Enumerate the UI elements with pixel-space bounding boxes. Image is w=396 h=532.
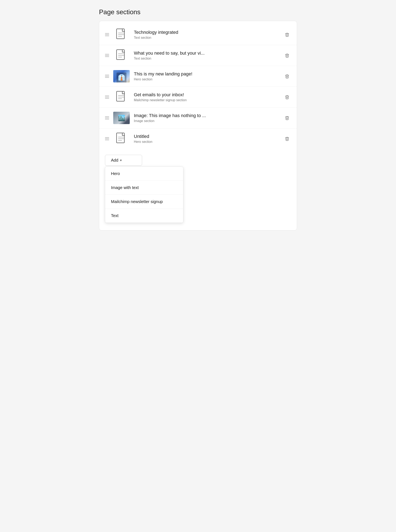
section-item[interactable]: What you need to say, but your vi...Text…	[99, 45, 297, 66]
section-item[interactable]: Technology integratedText section	[99, 24, 297, 45]
drag-handle[interactable]	[105, 137, 109, 140]
drag-handle[interactable]	[105, 116, 109, 119]
section-name: Untitled	[134, 134, 279, 139]
add-section-area: Add ▾ HeroImage with textMailchimp newsl…	[99, 149, 297, 227]
dropdown-item-mailchimp[interactable]: Mailchimp newsletter signup	[105, 195, 183, 209]
section-thumbnail	[113, 49, 130, 62]
section-item[interactable]: This is my new landing page!Hero section	[99, 66, 297, 87]
section-info: What you need to say, but your vi...Text…	[134, 51, 279, 60]
section-type: Image section	[134, 119, 279, 123]
section-item[interactable]: Image: This image has nothing to ...Imag…	[99, 108, 297, 128]
drag-handle[interactable]	[105, 54, 109, 57]
section-name: What you need to say, but your vi...	[134, 51, 279, 56]
dropdown-item-image-with-text[interactable]: Image with text	[105, 181, 183, 195]
svg-rect-0	[116, 29, 124, 39]
add-button-label: Add	[111, 158, 118, 163]
sections-card: Technology integratedText section What y…	[99, 21, 297, 230]
svg-rect-4	[116, 50, 124, 60]
delete-section-button[interactable]	[283, 30, 291, 39]
section-name: Get emails to your inbox!	[134, 92, 279, 97]
delete-section-button[interactable]	[283, 93, 291, 101]
section-thumbnail	[113, 112, 130, 124]
section-thumbnail	[113, 70, 130, 82]
sections-list: Technology integratedText section What y…	[99, 24, 297, 149]
delete-section-button[interactable]	[283, 72, 291, 80]
section-name: Image: This image has nothing to ...	[134, 113, 279, 118]
section-type: Text section	[134, 57, 279, 60]
dropdown-item-hero[interactable]: Hero	[105, 167, 183, 181]
section-type: Hero section	[134, 140, 279, 144]
page-container: Page sections Technology integratedText …	[99, 8, 297, 230]
section-info: Image: This image has nothing to ...Imag…	[134, 113, 279, 123]
drag-handle[interactable]	[105, 75, 109, 78]
delete-section-button[interactable]	[283, 114, 291, 122]
add-button[interactable]: Add ▾	[105, 155, 142, 166]
section-type: Mailchimp newsletter signup section	[134, 98, 279, 102]
section-type: Hero section	[134, 78, 279, 81]
drag-handle[interactable]	[105, 96, 109, 98]
svg-rect-8	[116, 91, 124, 101]
svg-rect-12	[116, 133, 124, 143]
image-section-thumbnail	[113, 112, 130, 124]
section-info: Get emails to your inbox!Mailchimp newsl…	[134, 92, 279, 102]
section-thumbnail	[113, 132, 130, 145]
section-info: This is my new landing page!Hero section	[134, 71, 279, 81]
dropdown-menu: HeroImage with textMailchimp newsletter …	[105, 166, 183, 223]
hero-thumbnail-image	[113, 70, 130, 82]
chevron-down-icon: ▾	[120, 158, 122, 162]
delete-section-button[interactable]	[283, 135, 291, 143]
dropdown-list: HeroImage with textMailchimp newsletter …	[105, 167, 183, 223]
section-info: UntitledHero section	[134, 134, 279, 144]
section-info: Technology integratedText section	[134, 30, 279, 40]
page-title: Page sections	[99, 8, 297, 16]
section-name: Technology integrated	[134, 30, 279, 35]
section-item[interactable]: Get emails to your inbox!Mailchimp newsl…	[99, 87, 297, 108]
section-thumbnail	[113, 91, 130, 103]
drag-handle[interactable]	[105, 33, 109, 36]
dropdown-item-text[interactable]: Text	[105, 209, 183, 223]
section-type: Text section	[134, 36, 279, 40]
section-item[interactable]: UntitledHero section	[99, 128, 297, 149]
section-thumbnail	[113, 29, 130, 41]
delete-section-button[interactable]	[283, 51, 291, 60]
section-name: This is my new landing page!	[134, 71, 279, 77]
